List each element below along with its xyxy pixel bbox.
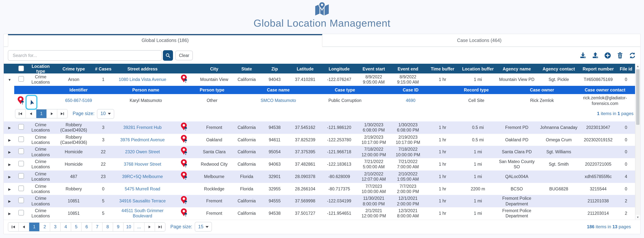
street-address-link[interactable]: 44511 South Grimmer Boulevard (122, 208, 164, 218)
first-page-button[interactable] (15, 110, 26, 118)
subcol-case-id[interactable]: Case ID (378, 86, 443, 94)
expand-row-icon[interactable]: ▶ (8, 175, 11, 179)
col-agency-contact[interactable]: Agency contact (538, 64, 580, 74)
street-address-link[interactable]: 5475 Murrell Road (125, 186, 160, 191)
street-address-link[interactable]: 39281 Fremont Hub (123, 125, 162, 130)
col-street-address[interactable]: Street address (113, 64, 172, 74)
col-zip[interactable]: Zip (260, 64, 288, 74)
street-address-link[interactable]: 3976 Piedmont Avenue (120, 137, 164, 142)
map-pin-icon[interactable] (17, 96, 24, 106)
page-size-select[interactable]: 10 (97, 109, 114, 119)
col-cases[interactable]: # Cases (93, 64, 114, 74)
map-pin-icon[interactable] (180, 74, 188, 84)
expand-row-icon[interactable]: ▶ (8, 212, 11, 215)
row-checkbox[interactable] (18, 198, 24, 203)
col-event-end[interactable]: Event end (391, 64, 425, 74)
col-longitude[interactable]: Longitude (322, 64, 357, 74)
case-name-link[interactable]: SMCO Matsumoto (260, 98, 296, 103)
col-latitude[interactable]: Latitude (289, 64, 322, 74)
row-checkbox[interactable] (18, 124, 24, 130)
tab-case-locations[interactable]: Case Locations (464) (322, 34, 636, 47)
page-size-select[interactable]: 15 (195, 222, 212, 232)
col-city[interactable]: City (196, 64, 233, 74)
map-pin-icon[interactable] (180, 196, 188, 205)
row-checkbox[interactable] (18, 161, 24, 166)
col-time-buffer[interactable]: Time buffer (425, 64, 460, 74)
expand-row-icon[interactable]: ▶ (8, 150, 11, 154)
col-state[interactable]: State (233, 64, 260, 74)
last-page-button[interactable] (57, 110, 68, 118)
page-button[interactable]: 3 (50, 222, 61, 231)
page-button[interactable]: 10 (124, 222, 134, 231)
next-page-button[interactable] (144, 222, 155, 231)
map-pin-icon[interactable] (180, 134, 188, 144)
select-all-checkbox[interactable] (18, 65, 24, 71)
collapse-row-icon[interactable]: ▼ (8, 78, 11, 82)
page-button[interactable]: 6 (82, 222, 92, 231)
row-checkbox[interactable] (18, 76, 24, 82)
subcol-case-owner[interactable]: Case owner (510, 86, 575, 94)
expand-row-icon[interactable]: ▶ (8, 126, 11, 130)
col-crime-type[interactable]: Crime type (54, 64, 93, 74)
page-button[interactable]: 5 (71, 222, 82, 231)
download-icon[interactable] (579, 52, 587, 59)
map-pin-icon[interactable] (180, 208, 188, 217)
expand-row-icon[interactable]: ▶ (8, 199, 11, 203)
clear-button[interactable]: Clear (175, 51, 193, 60)
street-address-link[interactable]: 2320 Owen Street (125, 150, 160, 154)
previous-page-button[interactable] (19, 222, 29, 231)
street-address-link[interactable]: 34916 Sausalito Terrace (119, 199, 166, 203)
subcol-person-type[interactable]: Person type (179, 86, 245, 94)
more-pages-button[interactable]: ... (134, 222, 144, 231)
col-location-buffer[interactable]: Location buffer (460, 64, 496, 74)
add-circle-icon[interactable] (604, 52, 612, 59)
tab-global-locations[interactable]: Global Locations (186) (8, 34, 322, 47)
first-page-button[interactable] (8, 222, 19, 231)
row-checkbox[interactable] (18, 173, 24, 179)
subcol-identifier[interactable]: Identifier (45, 86, 112, 94)
subcol-case-name[interactable]: Case name (245, 86, 312, 94)
col-report-number[interactable]: Report number (580, 64, 617, 74)
trash-icon[interactable] (616, 52, 624, 59)
col-agency-name[interactable]: Agency name (496, 64, 538, 74)
expand-row-icon[interactable]: ▶ (8, 187, 11, 191)
upload-icon[interactable] (592, 52, 599, 59)
map-pin-icon[interactable] (180, 159, 188, 168)
search-button[interactable] (163, 50, 173, 61)
navigate-arrow-icon[interactable] (29, 100, 34, 105)
expand-row-icon[interactable]: ▶ (8, 163, 11, 166)
col-file-id[interactable]: File id (617, 64, 636, 74)
refresh-icon[interactable] (629, 52, 636, 59)
page-button[interactable]: 2 (40, 222, 50, 231)
previous-page-button[interactable] (26, 110, 36, 118)
navigate-highlight-box[interactable] (26, 95, 38, 110)
street-address-link[interactable]: 1080 Linda Vista Avenue (119, 77, 166, 82)
row-checkbox[interactable] (18, 136, 24, 142)
last-page-button[interactable] (155, 222, 165, 231)
scrollbar-thumb[interactable] (636, 69, 640, 125)
page-button[interactable]: 8 (102, 222, 113, 231)
scroll-down-icon[interactable]: ▼ (636, 215, 640, 220)
col-location-type[interactable]: Location type (27, 64, 54, 74)
page-button-current[interactable]: 1 (29, 222, 40, 231)
subcol-case-owner-contact[interactable]: Case owner contact (575, 86, 636, 94)
expand-row-icon[interactable]: ▶ (8, 138, 11, 142)
search-input[interactable] (8, 50, 162, 61)
page-button[interactable]: 9 (113, 222, 124, 231)
next-page-button[interactable] (47, 110, 57, 118)
row-checkbox[interactable] (18, 210, 24, 215)
map-pin-icon[interactable] (180, 122, 188, 132)
subcol-record-type[interactable]: Record type (443, 86, 510, 94)
identifier-link[interactable]: 650-867-5169 (65, 98, 92, 103)
subcol-case-type[interactable]: Case type (312, 86, 378, 94)
map-pin-icon[interactable] (180, 147, 188, 156)
page-button[interactable]: 4 (61, 222, 71, 231)
street-address-link[interactable]: 3768 Hoover Street (124, 162, 161, 166)
map-pin-icon[interactable] (180, 171, 188, 181)
row-checkbox[interactable] (18, 149, 24, 154)
row-checkbox[interactable] (18, 185, 24, 191)
street-address-link[interactable]: 39RC+5Q Melbourne (122, 174, 163, 179)
scroll-up-icon[interactable]: ▲ (636, 64, 640, 69)
page-button-current[interactable]: 1 (36, 110, 47, 118)
subcol-person-name[interactable]: Person name (112, 86, 179, 94)
